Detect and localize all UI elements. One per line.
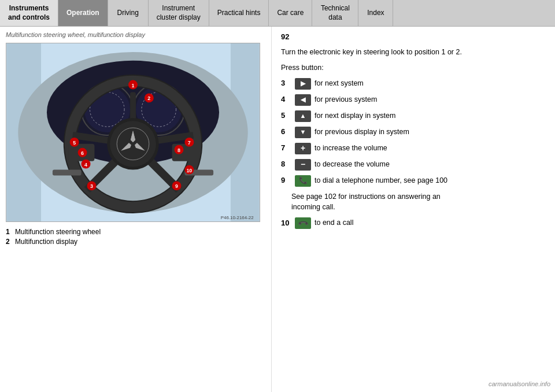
svg-text:10: 10: [186, 168, 192, 173]
button-item-5: 5 ▲ for next display in system: [281, 110, 546, 122]
btn-text-4: for previous system: [314, 95, 377, 105]
section-title: Multifunction steering wheel, multifunct…: [6, 31, 265, 38]
button-item-10: 10 📞 to end a call: [281, 217, 546, 229]
nav-operation[interactable]: Operation: [58, 0, 108, 26]
button-item-7: 7 + to increase the volume: [281, 143, 546, 154]
intro-line1: Turn the electronic key in steering look…: [281, 47, 546, 58]
caption-num-1: 1: [6, 228, 15, 236]
nav-technical[interactable]: Technical data: [312, 0, 358, 26]
nav-driving[interactable]: Driving: [108, 0, 149, 26]
btn-num-3: 3: [281, 78, 291, 88]
caption-num-2: 2: [6, 238, 15, 246]
intro-line2: Press button:: [281, 62, 546, 73]
button-item-4: 4 ◀ for previous system: [281, 94, 546, 106]
svg-text:7: 7: [188, 140, 191, 146]
svg-text:3: 3: [90, 183, 93, 189]
caption-item: 1 Multifunction steering wheel: [6, 228, 265, 236]
left-panel: Multifunction steering wheel, multifunct…: [0, 27, 272, 392]
btn-text-10: to end a call: [314, 218, 353, 228]
svg-rect-29: [53, 170, 82, 176]
svg-text:2: 2: [147, 95, 150, 101]
caption-text-1: Multifunction steering wheel: [15, 228, 101, 236]
btn-num-6: 6: [281, 127, 291, 137]
button-item-9: 9 📞 to dial a telephone number, see page…: [281, 175, 546, 187]
main-content: Multifunction steering wheel, multifunct…: [0, 27, 555, 392]
btn-text-9: to dial a telephone number, see page 100: [314, 176, 447, 186]
nav-carcare[interactable]: Car care: [269, 0, 312, 26]
caption-text-2: Multifunction display: [15, 238, 77, 246]
btn-text-8: to decrease the volume: [314, 160, 390, 170]
next-display-icon: ▲: [295, 110, 311, 122]
steering-wheel-image: S A B: [6, 43, 260, 222]
dial-phone-icon: 📞: [295, 175, 311, 187]
volume-up-icon: +: [295, 143, 311, 154]
end-call-icon: 📞: [295, 217, 311, 229]
button-item-3: 3 ▶ for next system: [281, 78, 546, 90]
svg-text:8: 8: [177, 147, 180, 153]
right-panel: 92 Turn the electronic key in steering l…: [272, 27, 555, 392]
btn-num-10: 10: [281, 218, 291, 228]
button-item-8: 8 − to decrease the volume: [281, 159, 546, 171]
svg-text:5: 5: [73, 140, 76, 146]
btn-text-6: for previous display in system: [314, 127, 409, 138]
svg-text:6: 6: [81, 150, 84, 156]
nav-instruments[interactable]: Instruments and controls: [0, 0, 58, 26]
page-number: 92: [281, 32, 546, 41]
btn-num-8: 8: [281, 159, 291, 169]
btn-num-7: 7: [281, 143, 291, 153]
svg-text:P46.10-2164-22: P46.10-2164-22: [221, 215, 254, 220]
btn-text-5: for next display in system: [314, 111, 395, 121]
prev-display-icon: ▼: [295, 127, 311, 138]
nav-practical[interactable]: Practical hints: [209, 0, 269, 26]
button-item-6: 6 ▼ for previous display in system: [281, 127, 546, 138]
navigation-bar: Instruments and controls Operation Drivi…: [0, 0, 555, 27]
site-watermark: carmanualsonline.info: [489, 380, 550, 387]
btn-num-4: 4: [281, 94, 291, 105]
btn-num-5: 5: [281, 110, 291, 121]
next-system-icon: ▶: [295, 78, 311, 90]
svg-text:9: 9: [175, 183, 178, 189]
btn-text-3: for next system: [314, 79, 364, 89]
note-text: See page 102 for instructions on answeri…: [291, 191, 546, 213]
caption-area: 1 Multifunction steering wheel 2 Multifu…: [6, 228, 265, 246]
btn-num-9: 9: [281, 175, 291, 186]
caption-item-2: 2 Multifunction display: [6, 238, 265, 246]
svg-text:4: 4: [84, 162, 87, 168]
nav-index[interactable]: Index: [358, 0, 393, 26]
svg-text:1: 1: [132, 83, 135, 88]
button-list: 3 ▶ for next system 4 ◀ for previous sys…: [281, 78, 546, 230]
prev-system-icon: ◀: [295, 94, 311, 106]
volume-down-icon: −: [295, 159, 311, 171]
btn-text-7: to increase the volume: [314, 143, 387, 154]
nav-cluster[interactable]: Instrument cluster display: [149, 0, 209, 26]
